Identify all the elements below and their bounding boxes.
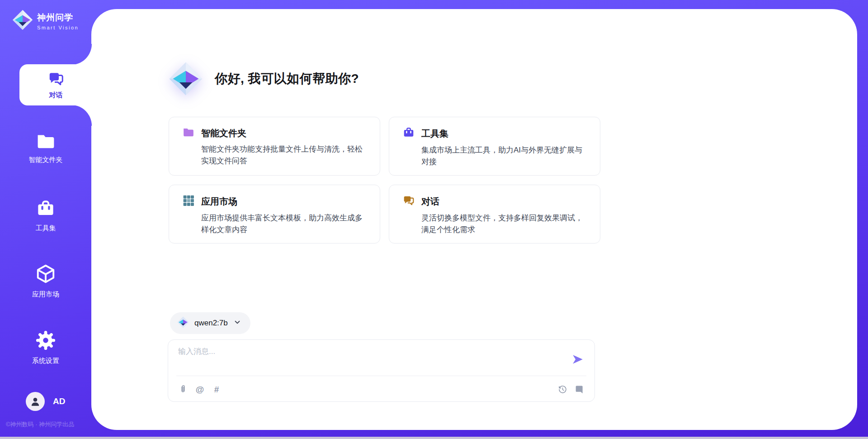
card-toolset[interactable]: 工具集 集成市场上主流工具，助力AI与外界无缝扩展与对接 xyxy=(389,117,600,176)
sidebar-item-toolset[interactable]: 工具集 xyxy=(0,199,91,233)
card-description: 灵活切换多模型文件，支持多样回复效果调试，满足个性化需求 xyxy=(403,212,586,236)
brand-tagline: Smart Vision xyxy=(37,25,79,30)
model-selector[interactable]: qwen2:7b xyxy=(170,312,250,334)
card-description: 应用市场提供丰富长文本模板，助力高效生成多样化文章内容 xyxy=(183,212,366,236)
gear-icon xyxy=(35,330,56,353)
sidebar-item-label: 智能文件夹 xyxy=(29,156,63,164)
paperclip-icon[interactable] xyxy=(178,384,188,394)
bottom-edge-strip xyxy=(0,437,868,439)
sidebar-item-label: 应用市场 xyxy=(32,290,59,299)
history-icon[interactable] xyxy=(557,384,567,394)
message-composer: @ # xyxy=(168,339,595,402)
send-icon[interactable] xyxy=(572,353,584,365)
app-root: 对话 神州问学 Smart Vision xyxy=(0,0,868,439)
toolbox-icon xyxy=(403,127,415,140)
card-app-market[interactable]: 应用市场 应用市场提供丰富长文本模板，助力高效生成多样化文章内容 xyxy=(169,185,380,243)
brand: 神州问学 Smart Vision xyxy=(12,10,79,32)
card-title: 工具集 xyxy=(421,128,448,140)
sidebar-item-app-market[interactable]: 应用市场 xyxy=(0,263,91,299)
sidebar-item-smart-folder[interactable]: 智能文件夹 xyxy=(0,133,91,164)
feature-cards: 智能文件夹 智能文件夹功能支持批量文件上传与清洗，轻松实现文件问答 工具集 集成… xyxy=(169,117,600,243)
brand-logo-icon xyxy=(12,10,33,32)
brand-name: 神州问学 xyxy=(37,12,79,24)
user-name: AD xyxy=(53,396,65,406)
chat-icon xyxy=(403,195,415,208)
greeting-hero: 你好, 我可以如何帮助你? xyxy=(169,62,359,96)
sidebar: 神州问学 Smart Vision 智能文件夹 工具集 xyxy=(0,0,91,439)
hash-icon[interactable]: # xyxy=(212,384,222,394)
toolbox-icon xyxy=(36,199,55,220)
grid-icon xyxy=(183,195,194,208)
model-name: qwen2:7b xyxy=(194,319,228,328)
chevron-down-icon xyxy=(233,318,241,328)
greeting-title: 你好, 我可以如何帮助你? xyxy=(215,70,359,87)
model-logo-icon xyxy=(177,316,189,330)
sidebar-item-settings[interactable]: 系统设置 xyxy=(0,330,91,365)
card-smart-folder[interactable]: 智能文件夹 智能文件夹功能支持批量文件上传与清洗，轻松实现文件问答 xyxy=(169,117,380,176)
avatar xyxy=(26,392,45,411)
message-icon[interactable] xyxy=(575,384,585,394)
assistant-logo-icon xyxy=(169,62,203,96)
composer-divider xyxy=(176,376,586,376)
copyright-footer: ©神州数码 · 神州问学出品 xyxy=(6,420,74,429)
folder-icon xyxy=(36,133,56,152)
card-description: 集成市场上主流工具，助力AI与外界无缝扩展与对接 xyxy=(403,144,586,168)
message-input[interactable] xyxy=(178,346,567,372)
sidebar-item-label: 工具集 xyxy=(36,224,56,233)
card-chat[interactable]: 对话 灵活切换多模型文件，支持多样回复效果调试，满足个性化需求 xyxy=(389,185,600,243)
card-title: 智能文件夹 xyxy=(201,127,246,139)
card-title: 对话 xyxy=(421,196,439,208)
folder-icon xyxy=(183,127,194,139)
sidebar-item-label: 系统设置 xyxy=(32,357,59,365)
cube-icon xyxy=(35,263,56,286)
card-description: 智能文件夹功能支持批量文件上传与清洗，轻松实现文件问答 xyxy=(183,143,366,167)
user-account[interactable]: AD xyxy=(0,392,91,411)
at-icon[interactable]: @ xyxy=(195,384,205,394)
card-title: 应用市场 xyxy=(201,196,237,208)
